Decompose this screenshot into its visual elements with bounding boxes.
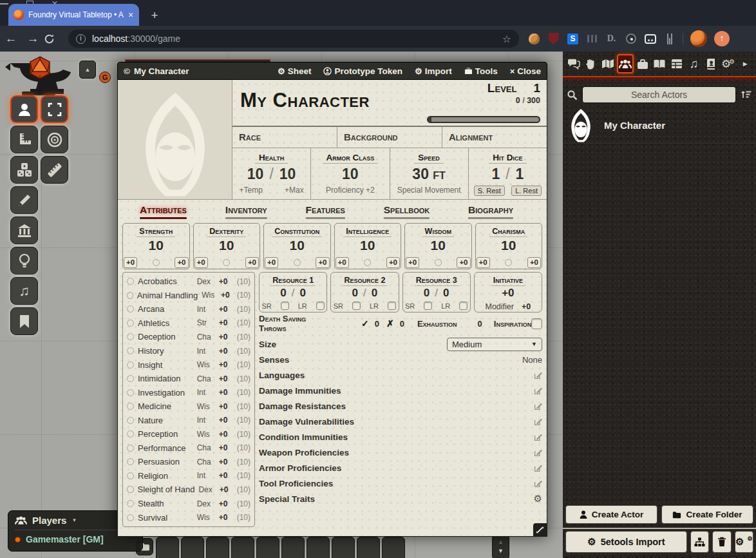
url-bar[interactable]: i localhost:30000/game ☆ <box>68 30 519 48</box>
proficiency-radio[interactable] <box>127 403 134 410</box>
proficiency-radio[interactable] <box>127 292 133 299</box>
armor-class-stat[interactable]: Armor Class 10 Proficiency +2 <box>310 148 389 199</box>
folder-tree-button[interactable] <box>690 531 709 553</box>
tab-close-icon[interactable]: × <box>128 10 133 19</box>
tiles-tool[interactable] <box>10 216 38 244</box>
proficiency-radio[interactable] <box>127 458 134 465</box>
save-mod[interactable]: +0 <box>406 257 419 268</box>
level-value[interactable]: 1 <box>533 81 540 95</box>
lighting-tool[interactable] <box>10 247 38 274</box>
save-mod[interactable]: +0 <box>124 257 137 268</box>
hp-current[interactable]: 10 <box>247 166 264 183</box>
skill-row[interactable]: InvestigationInt+0(10) <box>127 388 250 398</box>
5etools-import-button[interactable]: ⚙ 5etools Import <box>565 531 687 553</box>
trait-armor-proficiencies[interactable]: Armor Proficiencies <box>259 460 542 476</box>
alignment-field[interactable]: Alignment <box>442 127 547 148</box>
edit-icon[interactable] <box>534 433 542 441</box>
proficiency-radio[interactable] <box>505 259 512 266</box>
new-tab-button[interactable]: + <box>147 8 162 23</box>
trait-damage-resistances[interactable]: Damage Resistances <box>259 398 542 414</box>
actor-name[interactable]: My Character <box>604 120 665 131</box>
speed-stat[interactable]: Speed 30 ft Special Movement <box>390 148 468 199</box>
ability-mod[interactable]: +0 <box>386 257 400 268</box>
sidebar-collapse-button[interactable]: ▶ <box>737 54 753 73</box>
fork-extension-icon[interactable] <box>663 33 676 45</box>
save-mod[interactable]: +0 <box>477 257 490 268</box>
proficiency-radio[interactable] <box>364 259 371 266</box>
module-icon[interactable]: © <box>124 66 130 76</box>
special-movement-label[interactable]: Special Movement <box>390 186 468 195</box>
skill-row[interactable]: Animal HandlingWis+0(10) <box>127 291 250 300</box>
proficiency-radio[interactable] <box>127 347 134 354</box>
ability-dexterity[interactable]: Dexterity10+0+0 <box>193 223 261 269</box>
proficiency-radio[interactable] <box>127 389 134 396</box>
proficiency-radio[interactable] <box>127 305 134 313</box>
macro-slot[interactable] <box>181 537 204 558</box>
edit-icon[interactable] <box>534 371 542 380</box>
macro-slot[interactable] <box>281 537 305 558</box>
background-field[interactable]: Background <box>337 127 442 148</box>
edit-icon[interactable] <box>534 448 542 457</box>
trait-condition-immunities[interactable]: Condition Immunities <box>259 429 542 445</box>
lr-checkbox[interactable] <box>388 302 396 310</box>
tools-button[interactable]: Tools <box>464 66 498 76</box>
inspiration-checkbox[interactable] <box>531 318 542 329</box>
save-mod[interactable]: +0 <box>265 257 278 268</box>
skill-row[interactable]: ReligionInt+0(10) <box>127 471 250 481</box>
edit-icon[interactable] <box>534 402 542 410</box>
sounds-tool[interactable]: ♫ <box>10 277 38 305</box>
target-select-tool[interactable] <box>41 95 68 123</box>
url-text[interactable]: localhost:30000/game <box>92 34 180 44</box>
sr-checkbox[interactable] <box>281 302 289 310</box>
skill-row[interactable]: NatureInt+0(10) <box>127 416 250 425</box>
import-button[interactable]: ⚙Import <box>415 66 452 76</box>
lens-extension-icon[interactable] <box>625 33 637 45</box>
death-failure-count[interactable]: 0 <box>400 319 404 329</box>
forward-button[interactable]: → <box>22 32 44 46</box>
skill-row[interactable]: MedicineWis+0(10) <box>127 401 250 411</box>
ability-charisma[interactable]: Charisma10+0+0 <box>475 223 543 269</box>
hit-dice-stat[interactable]: Hit Dice 1/1 S. Rest L. Rest <box>468 148 547 199</box>
trait-tool-proficiencies[interactable]: Tool Proficiencies <box>259 476 542 491</box>
ability-wisdom[interactable]: Wisdom10+0+0 <box>404 223 472 269</box>
grid-extension-icon[interactable] <box>586 33 598 45</box>
trait-weapon-proficiencies[interactable]: Weapon Proficiencies <box>259 445 542 460</box>
character-sheet-window[interactable]: © My Character ⚙Sheet Prototype Token ⚙I… <box>117 62 547 537</box>
tab-tables[interactable] <box>668 54 685 73</box>
measure-tool[interactable] <box>41 156 68 184</box>
tab-chat[interactable] <box>565 54 582 73</box>
proficiency-radio[interactable] <box>127 500 134 507</box>
proficiency-radio[interactable] <box>127 486 134 493</box>
browser-tab[interactable]: Foundry Virtual Tabletop • A Stan × <box>8 4 139 26</box>
xp-line[interactable]: 0 / 300 <box>487 96 540 105</box>
macro-slot[interactable] <box>256 537 279 558</box>
close-sheet-button[interactable]: ×Close <box>510 66 541 76</box>
lr-checkbox[interactable] <box>459 302 468 310</box>
tab-items[interactable] <box>634 54 651 73</box>
window-minimize-button[interactable] <box>0 3 8 5</box>
proficiency-radio[interactable] <box>223 259 230 266</box>
death-success-icon[interactable]: ✓ <box>361 318 369 329</box>
resource-2[interactable]: Resource 2 0/0 SRLR <box>330 272 399 313</box>
skill-row[interactable]: StealthDex+0(10) <box>127 499 250 508</box>
settings-button[interactable]: ⚙⚙ <box>735 531 753 553</box>
death-failure-icon[interactable]: ✗ <box>386 318 394 329</box>
ability-constitution[interactable]: Constitution10+0+0 <box>263 223 331 269</box>
lr-checkbox[interactable] <box>316 302 325 310</box>
initiative-box[interactable]: Initiative +0 Modifier+0 <box>474 272 542 313</box>
macro-slot[interactable] <box>307 537 330 558</box>
page-up-icon[interactable]: ▲ <box>493 537 509 546</box>
ability-intelligence[interactable]: Intelligence10+0+0 <box>334 223 402 269</box>
tab-actors[interactable] <box>617 54 634 73</box>
s-extension-icon[interactable]: S <box>567 33 579 45</box>
dice-tool[interactable] <box>10 156 38 184</box>
back-button[interactable]: ← <box>0 32 22 46</box>
create-actor-button[interactable]: Create Actor <box>565 505 657 524</box>
skill-row[interactable]: Sleight of HandDex+0(10) <box>127 485 250 494</box>
hp-temp-label[interactable]: +Temp <box>240 186 263 195</box>
sr-checkbox[interactable] <box>424 302 432 310</box>
prototype-token-button[interactable]: Prototype Token <box>323 66 402 76</box>
edit-icon[interactable] <box>534 418 542 426</box>
sheet-config-button[interactable]: ⚙Sheet <box>278 66 311 76</box>
skill-row[interactable]: HistoryInt+0(10) <box>127 346 250 356</box>
